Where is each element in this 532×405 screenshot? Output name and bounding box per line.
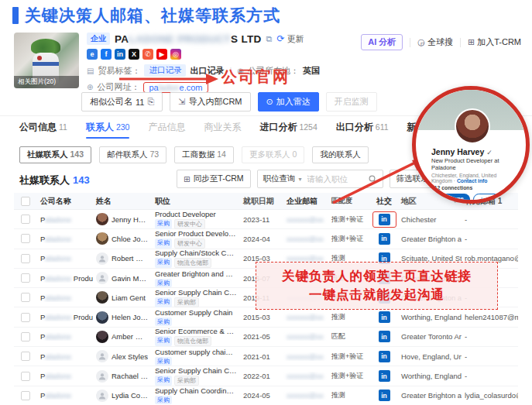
row-checkbox[interactable] [21, 234, 30, 243]
import-record-tag[interactable]: 进口记录 [144, 64, 186, 77]
hire-date-cell: 2015-03 [240, 313, 283, 321]
photo-caption[interactable]: 相关图片(20) [14, 76, 79, 88]
table-row[interactable]: PaladoneRachael KellySenior Supply Chain… [14, 366, 518, 386]
ai-analysis-button[interactable]: AI 分析 [361, 34, 403, 50]
region-cell: Greater Toronto Area [398, 332, 462, 341]
add-radar-button[interactable]: ⊙加入雷达 [258, 92, 319, 112]
social-cell: in [370, 311, 398, 323]
company-cell: Paladone [37, 352, 93, 361]
similar-company-button[interactable]: 相似公司名11⎘ [81, 92, 163, 112]
linkedin-icon[interactable]: in [379, 351, 390, 362]
row-checkbox[interactable] [21, 391, 30, 400]
row-checkbox[interactable] [21, 293, 30, 302]
monitor-button[interactable]: 开启监测 [326, 92, 377, 112]
contact-type-chips: 社媒联系人143邮件联系人73工商数据14更多联系人0我的联系人 [19, 146, 369, 163]
dept-tag-gray: 物流仓储部 [174, 336, 211, 346]
sync-tcrm-button[interactable]: ⊞同步至T-CRM [177, 170, 251, 188]
table-row[interactable]: PaladoneLydia ColasurdoSupply Chain Coor… [14, 386, 518, 405]
blurred-text: aladone [45, 332, 71, 341]
chip-更多联系人[interactable]: 更多联系人0 [242, 146, 304, 163]
job-tags: 采购研发中心 [155, 219, 237, 229]
job-search-input[interactable] [307, 174, 363, 184]
youtube-icon[interactable]: ▶ [156, 49, 167, 60]
contact-name: Jenny Harvey [112, 215, 149, 224]
update-button[interactable]: ⟳更新 [276, 33, 304, 45]
job-title: Senior Product Developer [155, 229, 237, 238]
job-query-dropdown[interactable]: 职位查询▾ [258, 173, 307, 184]
contact-cell: Robert Monta... [93, 252, 152, 265]
row-checkbox[interactable] [21, 352, 30, 361]
profile-connections[interactable]: 512 connections [431, 185, 515, 190]
copy-icon[interactable]: ⧉ [266, 34, 273, 44]
phone-icon[interactable]: ✆ [142, 49, 153, 60]
select-all-checkbox[interactable] [21, 197, 30, 206]
chip-count: 73 [150, 149, 160, 160]
chip-社媒联系人[interactable]: 社媒联系人143 [19, 146, 91, 163]
job-title-cell: Supply Chain Coordinator采购 [152, 386, 240, 404]
linkedin-icon[interactable]: in [379, 233, 390, 245]
row-checkbox[interactable] [21, 254, 30, 263]
company-name: Paladone Produc... [40, 313, 93, 321]
job-title-cell: Customer supply chain coordinator采购 [152, 348, 240, 366]
linkedin-icon[interactable]: in [379, 390, 390, 401]
chip-邮件联系人[interactable]: 邮件联系人73 [99, 146, 166, 163]
website-link[interactable]: paladone.com [143, 82, 208, 93]
company-email-cell: xxxxxx@xx [283, 235, 328, 243]
chip-工商数据[interactable]: 工商数据14 [174, 146, 234, 163]
join-tcrm-button[interactable]: ⊞加入T-CRM [468, 36, 521, 48]
search-icon[interactable] [363, 175, 383, 184]
row-checkbox[interactable] [21, 332, 30, 342]
page-title-text: 关键决策人邮箱、社媒等联系方式 [25, 5, 280, 26]
dept-tag-blue: 采购 [155, 219, 172, 229]
enterprise-badge: 企业 [87, 33, 110, 45]
tab-产品信息[interactable]: 产品信息 [148, 121, 185, 139]
export-record-tag[interactable]: 出口记录 [190, 65, 224, 77]
table-row[interactable]: PaladoneChloe JonesSenior Product Develo… [14, 229, 518, 249]
tab-出口分析[interactable]: 出口分析611 [336, 121, 389, 139]
facebook-icon[interactable]: f [101, 49, 112, 60]
instagram-icon[interactable]: ◎ [170, 49, 181, 60]
company-cell: Paladone [37, 293, 93, 302]
photo-band [33, 62, 59, 66]
job-title-cell: Senior Ecommerce & Supply Cha...采购物流仓储部 [152, 327, 240, 346]
row-checkbox[interactable] [21, 273, 30, 283]
company-photo[interactable]: 相关图片(20) [14, 33, 79, 88]
linkedin-icon[interactable]: in [379, 311, 390, 323]
website-callout-text: 公司官网 [221, 67, 290, 88]
x-icon[interactable]: X [129, 49, 139, 60]
contact-info-link[interactable]: Contact info [457, 178, 488, 184]
table-row[interactable]: PaladoneJenny HarveyProduct Developer采购研… [14, 210, 518, 229]
row-checkbox[interactable] [21, 313, 30, 322]
tab-公司信息[interactable]: 公司信息11 [19, 121, 67, 139]
refresh-icon: ⟳ [276, 33, 284, 44]
contact-cell: Lydia Colasurdo [93, 390, 152, 402]
job-title-cell: Senior Supply Chain Coordinator采购采购部 [152, 366, 240, 386]
linkedin-icon[interactable]: in [379, 214, 390, 225]
table-row[interactable]: PaladoneAmber WhittySenior Ecommerce & S… [14, 328, 518, 347]
linkedin-icon[interactable]: in [115, 49, 125, 60]
row-checkbox-cell [14, 273, 37, 283]
company-cell: Paladone [37, 254, 93, 263]
linkedin-icon[interactable]: in [379, 331, 390, 342]
tab-label: 进口分析 [259, 121, 297, 134]
import-crm-button[interactable]: ⇲导入内部CRM [170, 92, 250, 112]
job-title: Product Developer [155, 210, 237, 218]
job-tags: 采购采购部 [155, 376, 237, 386]
tab-商业关系[interactable]: 商业关系 [204, 121, 241, 139]
dept-tag-blue: 采购 [155, 297, 172, 307]
photo-dot [37, 56, 42, 60]
linkedin-icon[interactable]: in [379, 370, 390, 382]
table-row[interactable]: Paladone Produc...Helen JohnstoneCustome… [14, 307, 518, 327]
chip-我的联系人[interactable]: 我的联系人 [312, 146, 369, 163]
tab-联系人[interactable]: 联系人230 [86, 121, 130, 139]
row-checkbox[interactable] [21, 372, 30, 381]
table-row[interactable]: PaladoneAlex StylesCustomer supply chain… [14, 347, 518, 366]
row-checkbox[interactable] [21, 215, 30, 224]
extra-email-cell: - [462, 215, 518, 224]
tab-count: 230 [116, 122, 130, 132]
tab-进口分析[interactable]: 进口分析1254 [259, 121, 317, 139]
company-cell: Paladone Produc... [37, 313, 93, 321]
blurred-email: xxxxxx@xx [287, 391, 324, 400]
website-icon[interactable]: e [87, 49, 98, 60]
global-search-button[interactable]: ◶全球搜 [417, 36, 453, 48]
